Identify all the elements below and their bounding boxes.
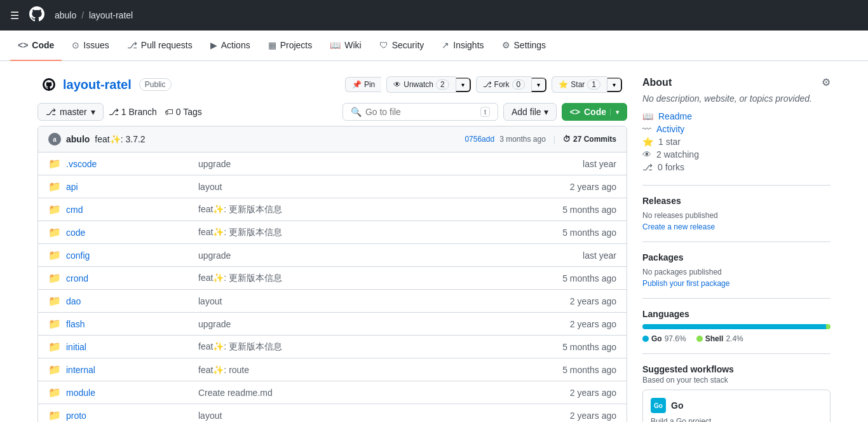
stars-link[interactable]: ⭐ 1 star xyxy=(642,137,831,147)
about-links: 📖 Readme 〰 Activity ⭐ 1 star 👁 2 watchin… xyxy=(642,111,831,172)
fork-button[interactable]: ⎇ Fork 0 xyxy=(476,76,532,93)
lang-pct: 2.4% xyxy=(726,334,743,343)
repo-avatar xyxy=(43,78,55,91)
packages-title: Packages xyxy=(642,252,831,262)
breadcrumb-user[interactable]: abulo xyxy=(55,10,76,20)
folder-icon: 📁 xyxy=(48,272,61,284)
unwatch-count-badge: 2 xyxy=(436,79,449,90)
file-commit-message: layout xyxy=(198,182,548,192)
unwatch-dropdown[interactable]: ▾ xyxy=(456,78,471,92)
tab-nav: <> Code ⊙ Issues ⎇ Pull requests ▶ Actio… xyxy=(0,31,868,61)
divider-after-about xyxy=(642,185,831,186)
fork-dropdown[interactable]: ▾ xyxy=(531,78,546,92)
file-name-link[interactable]: module xyxy=(66,388,193,398)
file-name-link[interactable]: dao xyxy=(66,296,193,306)
publish-package-link[interactable]: Publish your first package xyxy=(642,279,831,288)
releases-no-content: No releases published xyxy=(642,211,831,220)
pin-button[interactable]: 📌 Pin xyxy=(345,77,381,92)
divider-after-languages xyxy=(642,353,831,354)
workflow-description: Build a Go project. xyxy=(651,417,822,422)
table-row: 📁 cmd feat✨: 更新版本信息 5 months ago xyxy=(38,198,627,221)
file-name-link[interactable]: proto xyxy=(66,411,193,421)
tab-projects[interactable]: ▦ Projects xyxy=(261,31,320,61)
tab-insights[interactable]: ↗ Insights xyxy=(434,31,491,61)
file-commit-date: 5 months ago xyxy=(553,273,616,283)
languages-section: Languages Go97.6%Shell2.4% xyxy=(642,309,831,343)
tab-issues[interactable]: ⊙ Issues xyxy=(64,31,116,61)
file-name-link[interactable]: config xyxy=(66,250,193,261)
commit-hash[interactable]: 0756add xyxy=(465,135,494,144)
file-commit-date: 2 years ago xyxy=(553,296,616,306)
tab-security[interactable]: 🛡 Security xyxy=(372,31,432,61)
file-name-link[interactable]: flash xyxy=(66,319,193,329)
watching-link[interactable]: 👁 2 watching xyxy=(642,149,831,160)
folder-icon: 📁 xyxy=(48,203,61,215)
table-row: 📁 crond feat✨: 更新版本信息 5 months ago xyxy=(38,267,627,290)
file-name-link[interactable]: cmd xyxy=(66,205,193,215)
branch-count-link[interactable]: ⎇ 1 Branch xyxy=(109,107,157,117)
activity-icon: 〰 xyxy=(642,124,651,134)
add-file-button[interactable]: Add file ▾ xyxy=(503,103,557,121)
file-commit-message: feat✨: route xyxy=(198,365,548,375)
folder-icon: 📁 xyxy=(48,180,61,193)
file-commit-message: feat✨: 更新版本信息 xyxy=(198,204,548,215)
file-name-link[interactable]: crond xyxy=(66,273,193,283)
goto-file-search[interactable]: 🔍 t xyxy=(342,103,498,121)
lang-bar-segment-go xyxy=(642,324,826,329)
file-commit-message: layout xyxy=(198,296,548,306)
forks-link[interactable]: ⎇ 0 forks xyxy=(642,162,831,172)
workflow-logo: Go xyxy=(651,398,666,413)
main-container: layout-ratel Public 📌 Pin 👁 Unwatch 2 xyxy=(27,61,841,422)
file-name-link[interactable]: api xyxy=(66,182,193,192)
fork-icon: ⎇ xyxy=(483,80,492,89)
code-angle-icon: <> xyxy=(570,107,580,117)
file-name-link[interactable]: .vscode xyxy=(66,159,193,169)
star-button[interactable]: ⭐ Star 1 xyxy=(552,76,607,93)
code-button[interactable]: <> Code ▾ xyxy=(562,103,627,121)
file-name-link[interactable]: code xyxy=(66,228,193,238)
tab-pull-requests[interactable]: ⎇ Pull requests xyxy=(119,31,200,61)
activity-link[interactable]: 〰 Activity xyxy=(642,124,831,134)
lang-legend-item-go: Go97.6% xyxy=(642,334,686,343)
github-logo[interactable] xyxy=(29,6,44,25)
folder-icon: 📁 xyxy=(48,409,61,421)
about-title: About xyxy=(642,77,672,88)
breadcrumb-repo[interactable]: layout-ratel xyxy=(89,10,133,20)
fork-sidebar-icon: ⎇ xyxy=(642,162,653,172)
pin-btn-group: 📌 Pin xyxy=(345,77,381,92)
tab-settings[interactable]: ⚙ Settings xyxy=(494,31,554,61)
folder-icon: 📁 xyxy=(48,318,61,330)
table-row: 📁 initial feat✨: 更新版本信息 5 months ago xyxy=(38,336,627,358)
unwatch-button[interactable]: 👁 Unwatch 2 xyxy=(386,76,455,93)
repo-header: layout-ratel Public 📌 Pin 👁 Unwatch 2 xyxy=(37,76,627,93)
hamburger-icon[interactable]: ☰ xyxy=(10,10,19,22)
commit-author-avatar: a xyxy=(48,133,61,146)
star-dropdown[interactable]: ▾ xyxy=(607,78,622,92)
top-nav: ☰ abulo / layout-ratel xyxy=(0,0,868,31)
file-name-link[interactable]: internal xyxy=(66,365,193,375)
branch-selector[interactable]: ⎇ master ▾ xyxy=(37,103,104,121)
tab-actions[interactable]: ▶ Actions xyxy=(203,31,258,61)
file-commit-message: feat✨: 更新版本信息 xyxy=(198,341,548,353)
about-settings-icon[interactable]: ⚙ xyxy=(822,76,831,88)
eye-icon: 👁 xyxy=(642,149,651,160)
releases-title: Releases xyxy=(642,196,831,206)
file-name-link[interactable]: initial xyxy=(66,342,193,352)
file-commit-date: 2 years ago xyxy=(553,319,616,329)
create-release-link[interactable]: Create a new release xyxy=(642,222,831,231)
readme-link[interactable]: 📖 Readme xyxy=(642,111,831,121)
code-btn-group: <> Code ▾ xyxy=(562,103,627,121)
repo-name[interactable]: layout-ratel xyxy=(63,78,132,92)
commit-author-name[interactable]: abulo xyxy=(66,134,90,144)
star-count-badge: 1 xyxy=(587,79,600,90)
tab-wiki[interactable]: 📖 Wiki xyxy=(322,31,369,61)
folder-icon: 📁 xyxy=(48,249,61,261)
goto-file-input[interactable] xyxy=(365,107,477,117)
tag-count-link[interactable]: 🏷 0 Tags xyxy=(165,107,202,117)
file-commit-message: feat✨: 更新版本信息 xyxy=(198,273,548,284)
commits-history-link[interactable]: ⏱ 27 Commits xyxy=(563,135,616,144)
tab-code[interactable]: <> Code xyxy=(10,31,62,61)
actions-icon: ▶ xyxy=(210,40,217,50)
issue-icon: ⊙ xyxy=(72,40,79,50)
table-row: 📁 api layout 2 years ago xyxy=(38,175,627,198)
